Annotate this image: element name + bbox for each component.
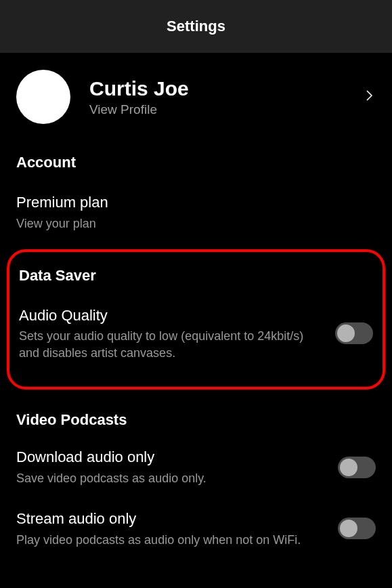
toggle-knob [340, 459, 357, 476]
profile-sub: View Profile [89, 102, 366, 117]
avatar [16, 70, 70, 124]
toggle-download-audio-only[interactable] [338, 457, 376, 478]
setting-desc: View your plan [16, 215, 376, 232]
toggle-stream-audio-only[interactable] [338, 518, 376, 539]
setting-row: Download audio only Save video podcasts … [16, 448, 376, 486]
highlight-data-saver: Data Saver Audio Quality Sets your audio… [7, 249, 385, 390]
setting-download-audio-only: Download audio only Save video podcasts … [0, 437, 392, 499]
toggle-knob [340, 520, 357, 537]
setting-text: Stream audio only Play video podcasts as… [16, 509, 327, 548]
chevron-right-icon [366, 90, 373, 104]
setting-text: Download audio only Save video podcasts … [16, 448, 327, 486]
setting-desc: Sets your audio quality to low (equivale… [19, 328, 324, 361]
setting-audio-quality: Audio Quality Sets your audio quality to… [9, 290, 383, 373]
section-header-account: Account [0, 140, 392, 180]
setting-premium-plan[interactable]: Premium plan View your plan [0, 180, 392, 244]
profile-row[interactable]: Curtis Joe View Profile [0, 53, 392, 140]
profile-text: Curtis Joe View Profile [89, 77, 366, 117]
toggle-knob [337, 324, 355, 342]
setting-title: Download audio only [16, 448, 327, 467]
section-header-video-podcasts: Video Podcasts [0, 398, 392, 437]
toggle-audio-quality[interactable] [335, 322, 373, 344]
setting-title: Premium plan [16, 193, 376, 213]
setting-title: Stream audio only [16, 509, 327, 529]
setting-row: Audio Quality Sets your audio quality to… [19, 306, 373, 361]
header-bar: Settings [0, 0, 392, 53]
setting-title: Audio Quality [19, 306, 324, 326]
section-header-data-saver: Data Saver [9, 256, 383, 290]
settings-content: Curtis Joe View Profile Account Premium … [0, 53, 392, 560]
profile-name: Curtis Joe [89, 77, 366, 101]
setting-stream-audio-only: Stream audio only Play video podcasts as… [0, 499, 392, 560]
setting-desc: Save video podcasts as audio only. [16, 470, 327, 486]
setting-desc: Play video podcasts as audio only when n… [16, 532, 327, 548]
setting-row: Stream audio only Play video podcasts as… [16, 509, 376, 548]
page-title: Settings [167, 18, 225, 35]
setting-text: Audio Quality Sets your audio quality to… [19, 306, 324, 361]
